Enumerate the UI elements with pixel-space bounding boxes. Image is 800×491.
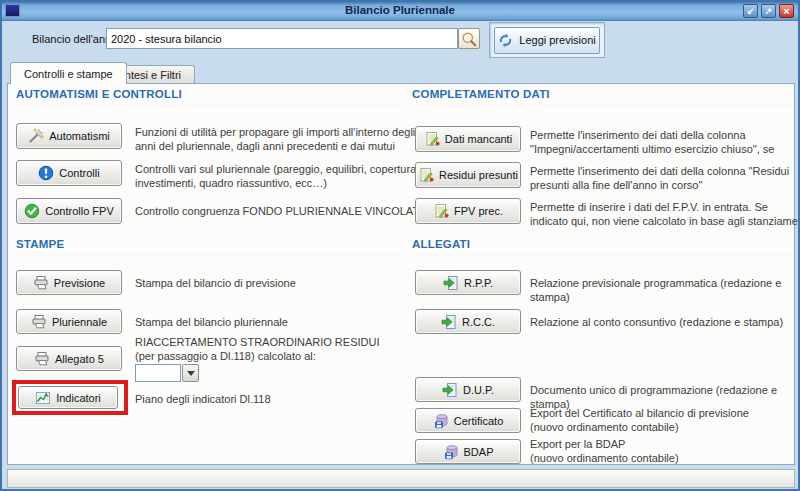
- indicatori-button[interactable]: Indicatori: [18, 386, 118, 409]
- controlli-label: Controlli: [59, 167, 99, 179]
- riaccertamento-date-dropdown-button[interactable]: [182, 364, 199, 382]
- certificato-label: Certificato: [454, 415, 504, 427]
- controllo-fpv-button[interactable]: Controllo FPV: [16, 198, 122, 224]
- export-doc-icon: [443, 275, 459, 291]
- database-save-icon: [433, 413, 449, 429]
- section-rule: [410, 104, 792, 105]
- bdap-button[interactable]: BDAP: [415, 439, 521, 464]
- rpp-button[interactable]: R.P.P.: [415, 270, 521, 295]
- dati-mancanti-desc: Permette l'inserimento dei dati della co…: [530, 128, 800, 156]
- previsione-label: Previsione: [54, 277, 105, 289]
- section-title-allegati: ALLEGATI: [412, 238, 470, 250]
- read-forecasts-button[interactable]: Leggi previsioni: [494, 27, 600, 54]
- tab-controlli-e-stampe[interactable]: Controlli e stampe: [10, 62, 127, 84]
- chart-icon: [35, 390, 51, 406]
- rcc-label: R.C.C.: [462, 316, 495, 328]
- printer-icon: [34, 351, 50, 367]
- restore-icon: ↙: [747, 7, 755, 16]
- restore-window-button[interactable]: ↙: [743, 4, 758, 18]
- search-button[interactable]: [458, 28, 480, 49]
- pluriennale-desc: Stampa del bilancio pluriennale: [135, 315, 435, 329]
- rpp-label: R.P.P.: [464, 277, 493, 289]
- previsione-desc: Stampa del bilancio di previsione: [135, 276, 435, 290]
- dup-label: D.U.P.: [463, 384, 494, 396]
- window-title: Bilancio Pluriennale: [2, 4, 798, 16]
- rpp-desc: Relazione previsionale programmatica (re…: [530, 276, 800, 304]
- dati-mancanti-label: Dati mancanti: [445, 133, 512, 145]
- pluriennale-button[interactable]: Pluriennale: [16, 309, 122, 334]
- export-doc-icon: [442, 382, 458, 398]
- section-title-automatismi: AUTOMATISMI E CONTROLLI: [16, 88, 182, 100]
- section-title-completamento: COMPLETAMENTO DATI: [412, 88, 550, 100]
- refresh-icon: [498, 33, 513, 48]
- app-window: Bilancio Pluriennale ↙ ↗ × Bilancio dell…: [0, 0, 800, 491]
- controllo-fpv-label: Controllo FPV: [45, 205, 113, 217]
- riaccertamento-date-input[interactable]: [135, 364, 181, 382]
- printer-icon: [31, 314, 47, 330]
- maximize-icon: ↗: [765, 7, 773, 16]
- bdap-desc: Export per la BDAP (nuovo ordinamento co…: [530, 437, 800, 465]
- fpv-prec-button[interactable]: FPV prec.: [415, 198, 521, 224]
- section-rule: [14, 254, 400, 255]
- wand-icon: [28, 128, 44, 144]
- automatismi-button[interactable]: Automatismi: [16, 123, 122, 149]
- controlli-desc: Controlli vari sul pluriennale (pareggio…: [135, 162, 435, 190]
- residui-presunti-button[interactable]: Residui presunti: [415, 162, 521, 188]
- title-bar: Bilancio Pluriennale ↙ ↗ ×: [2, 2, 798, 21]
- read-forecasts-panel: Leggi previsioni: [489, 22, 605, 58]
- year-input[interactable]: [106, 28, 458, 49]
- certificato-desc: Export del Certificato al bilancio di pr…: [530, 406, 800, 434]
- rcc-desc: Relazione al conto consuntivo (redazione…: [530, 315, 800, 329]
- section-rule: [14, 104, 400, 105]
- allegato5-button[interactable]: Allegato 5: [16, 346, 122, 371]
- controlli-button[interactable]: Controlli: [16, 160, 122, 186]
- indicatori-desc: Piano degli indicatori Dl.118: [135, 392, 435, 406]
- allegato5-label: Allegato 5: [55, 353, 104, 365]
- red-highlight-box: Indicatori: [12, 380, 128, 415]
- fpv-prec-label: FPV prec.: [454, 205, 503, 217]
- rcc-button[interactable]: R.C.C.: [415, 309, 521, 334]
- riaccertamento-desc: RIACCERTAMENTO STRAORDINARIO RESIDUI (pe…: [135, 335, 415, 363]
- dup-button[interactable]: D.U.P.: [415, 377, 521, 402]
- bdap-label: BDAP: [464, 446, 494, 458]
- export-doc-icon: [441, 314, 457, 330]
- residui-presunti-desc: Permette l'inserimento dei dati della co…: [530, 164, 800, 192]
- edit-doc-icon: [433, 203, 449, 219]
- tab-label: Controlli e stampe: [24, 68, 113, 80]
- residui-presunti-label: Residui presunti: [439, 169, 518, 181]
- automatismi-desc: Funzioni di utilità per propagare gli im…: [135, 125, 435, 153]
- edit-doc-icon: [424, 131, 440, 147]
- edit-doc-icon: [418, 167, 434, 183]
- indicatori-label: Indicatori: [56, 392, 101, 404]
- certificato-button[interactable]: Certificato: [415, 408, 521, 433]
- database-save-icon: [443, 444, 459, 460]
- magnifier-icon: [461, 31, 477, 47]
- automatismi-label: Automatismi: [49, 130, 110, 142]
- close-icon: ×: [783, 6, 789, 17]
- printer-icon: [33, 275, 49, 291]
- maximize-window-button[interactable]: ↗: [761, 4, 776, 18]
- pluriennale-label: Pluriennale: [52, 316, 107, 328]
- exclamation-icon: [38, 165, 54, 181]
- close-window-button[interactable]: ×: [779, 4, 794, 18]
- fpv-prec-desc: Permette di inserire i dati del F.P.V. i…: [530, 200, 800, 228]
- previsione-button[interactable]: Previsione: [16, 270, 122, 295]
- check-icon: [24, 203, 40, 219]
- read-forecasts-label: Leggi previsioni: [519, 34, 595, 46]
- section-rule: [410, 254, 792, 255]
- dati-mancanti-button[interactable]: Dati mancanti: [415, 126, 521, 152]
- section-title-stampe: STAMPE: [16, 238, 64, 250]
- status-bar: [7, 469, 795, 488]
